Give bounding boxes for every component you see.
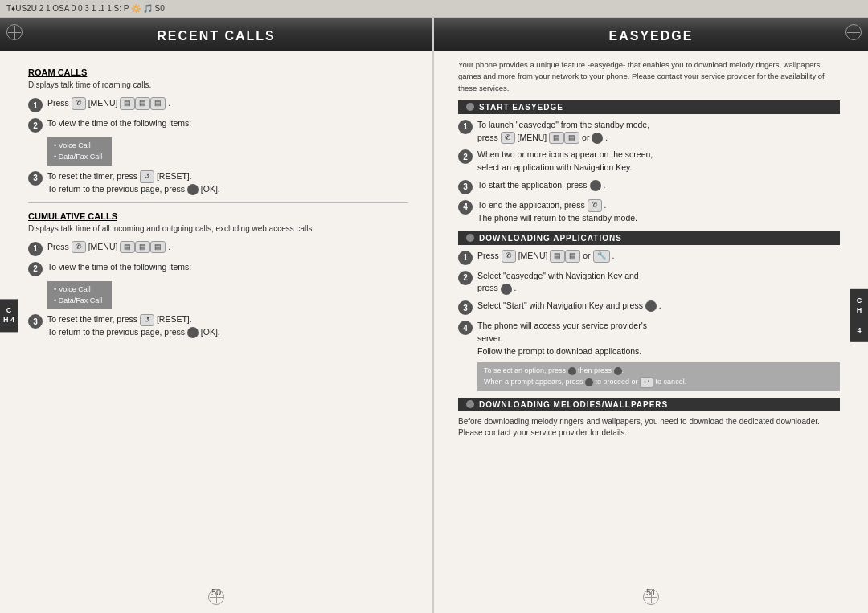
cumulative-step-2: 2 To view the time of the following item… (28, 261, 408, 276)
dl-step-1: 1 Press ✆ [MENU] ▤▤ or 🔧 . (458, 250, 840, 265)
left-page-header: RECENT CALLS (0, 18, 432, 51)
start-step-1: 1 To launch "easyedge" from the standby … (458, 119, 840, 145)
roam-calls-title: ROAM CALLS (28, 67, 408, 77)
downloading-melodies-bar: DOWNLOADING MELODIES/WALLPAPERS (458, 398, 840, 411)
download-info-box: To select an option, press then press . … (477, 362, 840, 391)
chapter-marker-right: CH4 (850, 288, 868, 341)
roam-calls-desc: Displays talk time of roaming calls. (28, 80, 408, 91)
chapter-marker-left: C H 4 (0, 299, 18, 332)
left-page: C H 4 RECENT CALLS ROAM CALLS Displays t… (0, 18, 434, 613)
cumulative-step-1: 1 Press ✆ [MENU] ▤▤▤ . (28, 241, 408, 256)
start-step-3: 3 To start the application, press . (458, 179, 840, 194)
crosshair-bottom-left (210, 591, 223, 603)
cumulative-call-type-box: • Voice Call• Data/Fax Call (47, 281, 112, 309)
easyedge-intro: Your phone provides a unique feature -ea… (458, 59, 840, 94)
start-step-2: 2 When two or more icons appear on the s… (458, 149, 840, 174)
start-step-4: 4 To end the application, press ✆ .The p… (458, 199, 840, 225)
crosshair-top-right (847, 26, 860, 39)
melodies-desc: Before downloading melody ringers and wa… (458, 416, 840, 439)
right-page: CH4 EASYEDGE Your phone provides a uniqu… (434, 18, 868, 613)
dl-step-3: 3 Select "Start" with Navigation Key and… (458, 300, 840, 315)
roam-call-type-box: • Voice Call• Data/Fax Call (47, 137, 112, 166)
dl-step-2: 2 Select "easyedge" with Navigation Key … (458, 270, 840, 296)
status-bar: T♦US2U 2 1 OSA 0 0 3 1 .1 1 S: P 🔆 🎵 S0 (0, 0, 868, 18)
dl-step-4: 4 The phone will access your service pro… (458, 320, 840, 358)
right-page-header: EASYEDGE (434, 18, 868, 51)
right-page-content: Your phone provides a unique feature -ea… (434, 59, 868, 581)
section-divider (28, 202, 408, 203)
roam-step-1: 1 Press ✆ [MENU] ▤▤▤ . (28, 97, 408, 112)
downloading-apps-bar: DOWNLOADING APPLICATIONS (458, 231, 840, 245)
section-dot (466, 103, 474, 111)
section-dot-3 (466, 400, 474, 408)
roam-step-3: 3 To reset the timer, press ↺ [RESET].To… (28, 170, 408, 196)
section-dot-2 (466, 234, 474, 242)
roam-step-2: 2 To view the time of the following item… (28, 117, 408, 133)
cumulative-calls-desc: Displays talk time of all incoming and o… (28, 223, 408, 235)
cumulative-calls-title: CUMULATIVE CALLS (28, 211, 408, 221)
main-content: C H 4 RECENT CALLS ROAM CALLS Displays t… (0, 18, 868, 613)
crosshair-top-left (8, 26, 21, 39)
status-text: T♦US2U 2 1 OSA 0 0 3 1 .1 1 S: P 🔆 🎵 S0 (6, 4, 165, 13)
left-page-content: ROAM CALLS Displays talk time of roaming… (0, 59, 432, 581)
cumulative-step-3: 3 To reset the timer, press ↺ [RESET].To… (28, 313, 408, 339)
crosshair-bottom-right (645, 591, 657, 603)
start-easyedge-bar: START EASYEDGE (458, 100, 840, 114)
